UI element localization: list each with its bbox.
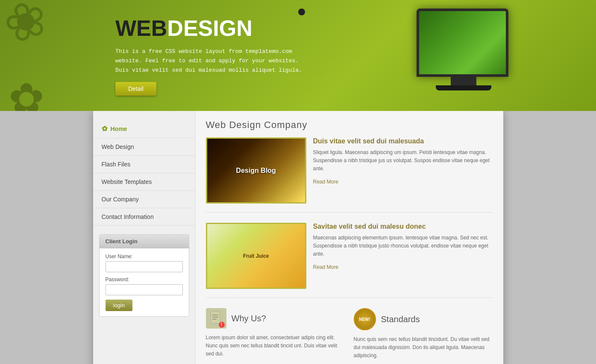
article-thumb-2: Fruit Juice [206,223,306,289]
main-content: Web Design Company Design Blog Duis vita… [196,111,503,364]
sidebar-link-webdesign[interactable]: Web Design [93,138,195,155]
article-thumb-1: Design Blog [206,137,306,204]
sidebar-item-home[interactable]: ✿ Home [93,119,195,138]
client-login-widget: Client Login User Name: Password: login [99,234,189,317]
monitor-stand [451,77,476,85]
home-icon: ✿ [102,125,107,133]
login-button[interactable]: login [106,300,132,311]
svg-rect-0 [211,312,220,323]
standards-section: NEW! Standards Nunc quis sem nec tellus … [354,308,493,364]
sidebar-item-contactinfo[interactable]: Contact Information [93,208,195,226]
thumb-label-2: Fruit Juice [243,253,269,259]
monitor-illustration [417,9,511,90]
why-us-features: Smalesuada dignissim Donec aliquam [206,363,345,364]
standards-title: Standards [381,314,420,324]
read-more-1[interactable]: Read More [313,179,338,185]
header-title: WEBDESIGN [115,17,329,39]
sidebar: ✿ Home Web Design Flash Files Website Te… [93,111,196,364]
why-us-icon [206,308,226,329]
monitor-base [436,85,491,90]
feature-item: Smalesuada dignissim [206,363,345,364]
article-item-1: Design Blog Duis vitae velit sed dui mal… [206,137,493,213]
header-description: This is a free CSS website layout from t… [115,47,312,75]
sidebar-link-flashfiles[interactable]: Flash Files [93,156,195,173]
article-title-2: Savitae velit sed dui malesu donec [313,223,493,230]
why-us-section: Why Us? Lorem ipsum dolor sit amet, cons… [206,308,345,364]
sidebar-nav: ✿ Home Web Design Flash Files Website Te… [93,119,195,226]
username-input[interactable] [106,261,183,272]
article-text-2: Maecenas adipiscing elementum ipsum. len… [313,234,493,259]
sidebar-link-websitetemplates[interactable]: Website Templates [93,173,195,190]
header: ❀ ✿ WEBDESIGN This is a free CSS website… [0,0,596,111]
sidebar-item-websitetemplates[interactable]: Website Templates [93,173,195,191]
sidebar-link-contactinfo[interactable]: Contact Information [93,208,195,225]
article-item-2: Fruit Juice Savitae velit sed dui malesu… [206,223,493,298]
article-title-1: Duis vitae velit sed dui malesuada [313,137,493,145]
monitor-screen [419,11,506,74]
why-us-header: Why Us? [206,308,345,329]
floral-decoration-bl: ✿ [9,74,44,111]
bottom-sections: Why Us? Lorem ipsum dolor sit amet, cons… [206,308,493,364]
sidebar-link-ourcompany[interactable]: Our Company [93,191,195,208]
username-label: User Name: [106,253,183,259]
article-text-1: Sliquet ligula. Maecenas adipiscing um i… [313,149,493,173]
article-info-1: Duis vitae velit sed dui malesuada Sliqu… [313,137,493,204]
password-input[interactable] [106,284,183,295]
floral-decoration-tl: ❀ [0,0,56,56]
client-login-body: User Name: Password: login [100,248,189,316]
sidebar-item-flashfiles[interactable]: Flash Files [93,156,195,173]
standards-icon: NEW! [354,308,376,330]
why-us-text: Lorem ipsum dolor sit amet, consectetuer… [206,334,345,358]
thumb-label-1: Design Blog [236,167,276,175]
header-content: WEBDESIGN This is a free CSS website lay… [115,17,329,96]
sidebar-item-webdesign[interactable]: Web Design [93,138,195,156]
why-us-title: Why Us? [232,314,266,323]
main-inner: ✿ Home Web Design Flash Files Website Te… [93,111,503,364]
section-title: Web Design Company [206,119,493,131]
monitor-body [417,9,508,77]
article-info-2: Savitae velit sed dui malesu donec Maece… [313,223,493,289]
thumb-design-blog: Design Blog [207,139,305,202]
client-login-header: Client Login [100,235,189,248]
detail-button[interactable]: Detail [115,82,156,96]
sidebar-link-home[interactable]: ✿ Home [93,119,195,138]
sidebar-item-ourcompany[interactable]: Our Company [93,191,195,208]
read-more-2[interactable]: Read More [313,264,338,270]
title-web: WEB [115,16,167,41]
header-dot [298,9,305,15]
main-wrapper: ✿ Home Web Design Flash Files Website Te… [0,111,596,364]
standards-header: NEW! Standards [354,308,493,330]
password-label: Password: [106,277,183,282]
thumb-fruit-juice: Fruit Juice [207,224,305,288]
title-design: DESIGN [167,16,252,41]
standards-text: Nunc quis sem nec tellus blandit tincidu… [354,335,493,360]
